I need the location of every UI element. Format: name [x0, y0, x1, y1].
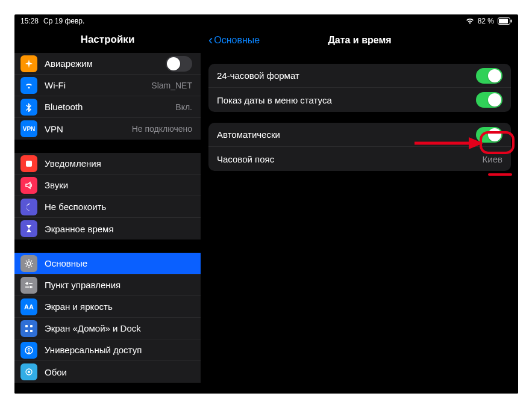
sidebar: Настройки Авиарежим Wi-Fi Slam_NET Bluet… [14, 28, 201, 394]
chevron-left-icon: ‹ [208, 34, 213, 47]
moon-icon [20, 199, 37, 215]
display-icon: AA [20, 298, 37, 315]
sidebar-item-home[interactable]: Экран «Домой» и Dock [14, 318, 201, 339]
wifi-icon [20, 77, 37, 94]
toggle-24h[interactable] [476, 68, 502, 84]
svg-point-14 [28, 371, 30, 373]
airplane-icon [20, 55, 37, 72]
row-timezone[interactable]: Часовой пояс Киев [208, 147, 511, 171]
svg-point-4 [27, 262, 31, 265]
sidebar-item-label: Основные [45, 258, 192, 268]
sidebar-item-sounds[interactable]: Звуки [14, 175, 201, 196]
home-grid-icon [20, 320, 37, 337]
notifications-icon [20, 155, 37, 172]
svg-rect-7 [25, 325, 28, 327]
row-label: 24-часовой формат [217, 70, 476, 81]
sidebar-item-label: Пункт управления [45, 280, 192, 290]
svg-rect-10 [30, 330, 33, 332]
sidebar-item-label: Экран и яркость [45, 301, 192, 312]
bluetooth-icon [20, 99, 37, 116]
back-label: Основные [214, 35, 260, 46]
gear-icon [20, 255, 37, 272]
sidebar-item-label: VPN [45, 124, 132, 134]
sidebar-item-label: Уведомления [45, 158, 192, 168]
airplane-toggle[interactable] [166, 56, 192, 72]
accessibility-icon [20, 342, 37, 359]
svg-point-6 [30, 286, 32, 288]
row-label: Часовой пояс [217, 154, 483, 164]
bluetooth-value: Вкл. [175, 102, 192, 112]
status-time: 15:28 [20, 17, 39, 25]
svg-rect-2 [511, 20, 512, 23]
wifi-value: Slam_NET [151, 81, 192, 90]
detail-pane: ‹ Основные Дата и время 24-часовой форма… [201, 28, 518, 394]
sidebar-item-display[interactable]: AA Экран и яркость [14, 296, 201, 318]
svg-rect-9 [25, 330, 28, 332]
sounds-icon [20, 177, 37, 194]
sidebar-item-wallpaper[interactable]: Обои [14, 361, 201, 383]
row-label: Показ даты в меню статуса [217, 95, 476, 105]
sidebar-item-label: Bluetooth [45, 102, 175, 112]
sidebar-item-label: Обои [45, 367, 192, 377]
status-date: Ср 19 февр. [43, 17, 84, 25]
sidebar-item-airplane[interactable]: Авиарежим [14, 53, 201, 75]
battery-label: 82 % [478, 17, 494, 25]
wifi-icon [466, 18, 474, 24]
back-button[interactable]: ‹ Основные [208, 34, 260, 47]
sidebar-item-label: Звуки [45, 180, 192, 190]
row-label: Автоматически [217, 129, 476, 140]
sidebar-item-general[interactable]: Основные [14, 253, 201, 274]
svg-point-12 [28, 347, 30, 349]
vpn-value: Не подключено [132, 124, 192, 134]
sidebar-item-bluetooth[interactable]: Bluetooth Вкл. [14, 96, 201, 118]
svg-rect-8 [30, 325, 33, 327]
sidebar-item-accessibility[interactable]: Универсальный доступ [14, 339, 201, 361]
sidebar-item-label: Универсальный доступ [45, 345, 192, 355]
toggle-show-date[interactable] [476, 92, 502, 108]
sidebar-item-wifi[interactable]: Wi-Fi Slam_NET [14, 75, 201, 96]
sidebar-item-label: Wi-Fi [45, 80, 151, 90]
sidebar-item-control-center[interactable]: Пункт управления [14, 274, 201, 296]
sidebar-item-vpn[interactable]: VPN VPN Не подключено [14, 118, 201, 140]
row-24h-format[interactable]: 24-часовой формат [208, 64, 511, 88]
sidebar-item-label: Авиарежим [45, 58, 166, 69]
svg-rect-3 [26, 161, 32, 167]
svg-rect-1 [499, 19, 508, 23]
svg-point-5 [26, 282, 28, 285]
battery-icon [498, 17, 512, 25]
vpn-icon: VPN [20, 120, 37, 137]
wallpaper-icon [20, 363, 37, 380]
sliders-icon [20, 277, 37, 294]
sidebar-item-dnd[interactable]: Не беспокоить [14, 196, 201, 218]
hourglass-icon [20, 220, 37, 237]
row-automatic[interactable]: Автоматически [208, 123, 511, 147]
sidebar-item-label: Не беспокоить [45, 202, 192, 212]
status-bar: 15:28 Ср 19 февр. 82 % [14, 14, 518, 28]
timezone-value: Киев [483, 154, 502, 164]
sidebar-item-label: Экранное время [45, 224, 192, 234]
sidebar-item-screentime[interactable]: Экранное время [14, 218, 201, 240]
row-show-date[interactable]: Показ даты в меню статуса [208, 88, 511, 112]
sidebar-item-notifications[interactable]: Уведомления [14, 153, 201, 175]
sidebar-item-label: Экран «Домой» и Dock [45, 323, 192, 333]
toggle-automatic[interactable] [476, 127, 502, 143]
sidebar-title: Настройки [14, 28, 201, 53]
